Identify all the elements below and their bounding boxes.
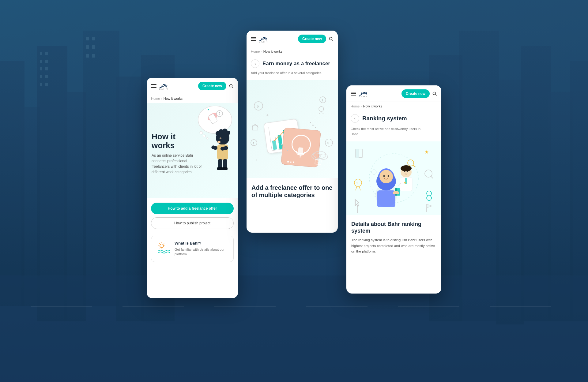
logo-arabic-right: بحر [360, 89, 367, 96]
search-button-middle[interactable] [329, 36, 334, 41]
freelance-offer-button[interactable]: How to add a freelance offer [151, 203, 234, 214]
svg-text:$: $ [322, 99, 323, 102]
svg-text:✦: ✦ [207, 108, 209, 111]
ranking-illustration: ★ 1 [346, 141, 441, 215]
hero-title: How it works [152, 132, 201, 150]
svg-rect-62 [222, 167, 228, 170]
svg-text:$: $ [257, 104, 259, 108]
publish-project-button[interactable]: How to publish project [151, 217, 234, 229]
breadcrumb-current-right: How it works [363, 104, 382, 108]
breadcrumb-sep-right: › [361, 105, 362, 108]
svg-point-125 [427, 191, 432, 196]
svg-text:★★★: ★★★ [287, 159, 295, 163]
navbar-right-left: بحر BAHR [351, 89, 368, 98]
svg-point-148 [371, 170, 376, 174]
svg-line-68 [159, 243, 160, 244]
navbar-left: بحر BAHR Create new [147, 78, 238, 94]
screen-right: بحر BAHR Create new Home › How it works [346, 85, 441, 294]
info-card-icon [156, 241, 171, 256]
svg-point-126 [427, 196, 432, 200]
svg-point-54 [220, 137, 221, 139]
logo-arabic: بحر [160, 81, 167, 88]
svg-point-108 [287, 150, 288, 151]
ranking-text: The ranking system is to distinguish Bah… [351, 237, 436, 254]
svg-point-106 [281, 144, 282, 145]
svg-point-141 [404, 171, 405, 172]
svg-text:+: + [323, 124, 325, 128]
breadcrumb-sep-middle: › [261, 50, 262, 53]
section-title-right: Ranking system [362, 115, 407, 122]
info-card-description: Get familiar with details about our plat… [175, 247, 228, 257]
svg-rect-138 [393, 191, 399, 194]
svg-text:★: ★ [403, 180, 407, 185]
svg-point-133 [383, 175, 385, 177]
breadcrumb-current: How it works [164, 97, 183, 100]
svg-point-104 [275, 137, 276, 139]
breadcrumb-middle: Home › How it works [247, 47, 338, 56]
logo-middle: بحر BAHR [259, 34, 268, 43]
create-new-button-middle[interactable]: Create new [298, 35, 326, 43]
navbar-right-right: Create new [401, 89, 437, 98]
search-button-left[interactable] [229, 84, 234, 88]
svg-line-38 [232, 87, 233, 88]
svg-point-105 [278, 140, 279, 142]
svg-text:?: ? [219, 112, 221, 115]
section-desc-middle: Add your freelance offer in a several ca… [247, 70, 338, 80]
back-button-right[interactable]: ‹ [351, 114, 359, 123]
svg-text:✦: ✦ [221, 108, 223, 110]
svg-point-110 [312, 125, 314, 126]
create-new-button-left[interactable]: Create new [198, 82, 226, 90]
hamburger-icon-right[interactable] [351, 92, 356, 96]
breadcrumb-right: Home › How it works [346, 102, 441, 110]
svg-point-134 [388, 175, 389, 177]
svg-text:+: + [255, 158, 257, 162]
breadcrumb-home-middle[interactable]: Home [251, 50, 260, 53]
search-button-right[interactable] [432, 91, 437, 96]
back-header-middle: ‹ Earn money as a freelancer [247, 56, 338, 70]
hamburger-icon[interactable] [151, 84, 156, 88]
breadcrumb-current-middle: How it works [263, 50, 282, 53]
action-buttons: How to add a freelance offer How to publ… [147, 198, 238, 234]
breadcrumb-left: Home › How it works [147, 94, 238, 103]
svg-rect-116 [356, 149, 359, 158]
svg-line-113 [435, 94, 437, 96]
svg-text:$: $ [253, 142, 254, 145]
navbar-middle: بحر BAHR Create new [247, 31, 338, 47]
svg-line-73 [332, 39, 333, 41]
section-title-middle: Earn money as a freelancer [262, 61, 330, 67]
hero-section: ? ✦ ✦ [147, 103, 238, 198]
svg-point-63 [160, 244, 164, 248]
svg-line-122 [356, 186, 357, 190]
logo-english-middle: BAHR [259, 40, 268, 43]
navbar-right-section: Create new [198, 82, 234, 90]
svg-text:★: ★ [424, 149, 429, 155]
logo-left: بحر BAHR [159, 81, 168, 90]
ranking-desc: Check the most active and trustworthy us… [346, 125, 426, 141]
bottom-text-middle: Add a freelance offer to one of multiple… [247, 178, 338, 208]
svg-line-147 [413, 165, 415, 167]
ranking-title: Details about Bahr ranking system [351, 221, 436, 234]
svg-point-55 [217, 141, 221, 143]
svg-line-119 [431, 176, 433, 178]
svg-line-123 [359, 186, 360, 190]
svg-point-132 [379, 170, 393, 183]
breadcrumb-sep: › [161, 97, 162, 100]
screen-left: بحر BAHR Create new Home › How it works [147, 78, 238, 298]
navbar-right: بحر BAHR Create new [346, 85, 441, 102]
info-card-title: What is Bahr? [175, 241, 228, 246]
breadcrumb-home-right[interactable]: Home [351, 104, 360, 108]
svg-rect-93 [298, 147, 303, 155]
info-card-content: What is Bahr? Get familiar with details … [175, 241, 228, 257]
breadcrumb-home[interactable]: Home [151, 97, 160, 100]
navbar-middle-left: بحر BAHR [251, 34, 268, 43]
navbar-left-section: بحر BAHR [151, 81, 168, 90]
svg-point-82 [319, 107, 324, 111]
hamburger-icon-middle[interactable] [251, 37, 256, 41]
svg-point-107 [284, 147, 285, 148]
create-new-button-right[interactable]: Create new [401, 89, 430, 98]
freelancer-illustration: $ $ $ $ [247, 80, 338, 178]
logo-english-right: BAHR [359, 95, 368, 98]
back-button-middle[interactable]: ‹ [251, 59, 259, 68]
svg-line-71 [164, 243, 164, 244]
svg-text:$: $ [327, 141, 329, 145]
